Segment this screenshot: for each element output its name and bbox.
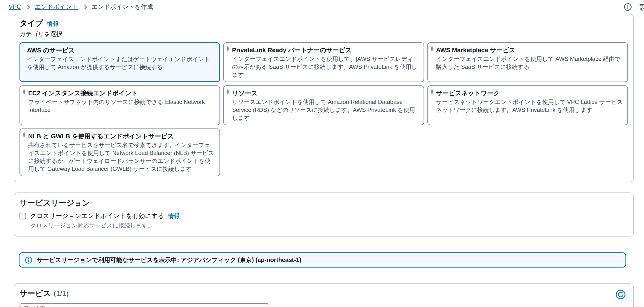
type-section-title: タイプ xyxy=(20,18,43,29)
cross-region-checkbox-label: クロスリージョンエンドポイントを有効にする xyxy=(30,212,164,220)
type-section-container: タイプ 情報 カテゴリを選択 AWS のサービス インターフェイスエンドポイント… xyxy=(14,14,634,182)
tile-description: サービスネットワークエンドポイントを使用して VPC Lattice サービスネ… xyxy=(436,98,623,114)
endpoint-type-options: AWS のサービス インターフェイスエンドポイントまたはゲートウェイエンドポイン… xyxy=(20,42,628,176)
tile-title: PrivateLink Ready パートナーのサービス xyxy=(232,46,419,54)
tile-title: AWS Marketplace サービス xyxy=(436,46,623,54)
tile-description: リソースエンドポイントを使用して Amazon Relational Datab… xyxy=(232,98,419,122)
tile-description: 共有されているサービスをサービス名で検索できます。インターフェイスエンドポイント… xyxy=(28,141,215,173)
service-region-title: サービスリージョン xyxy=(20,198,628,208)
tile-service-network[interactable]: サービスネットワーク サービスネットワークエンドポイントを使用して VPC La… xyxy=(428,86,628,125)
tile-title: AWS のサービス xyxy=(27,46,215,54)
top-navigation-bar: VPC エンドポイント エンドポイントを作成 xyxy=(0,0,644,14)
breadcrumb: VPC エンドポイント エンドポイントを作成 xyxy=(9,3,153,11)
cross-region-checkbox-description: クロスリージョン対応サービスに接続します。 xyxy=(30,222,628,229)
tile-title: EC2 インスタンス接続エンドポイント xyxy=(28,89,215,98)
cross-region-checkbox[interactable] xyxy=(20,213,26,220)
service-region-section-container: サービスリージョン クロスリージョンエンドポイントを有効にする 情報 クロスリー… xyxy=(14,192,634,236)
tile-aws-marketplace[interactable]: AWS Marketplace サービス インターフェイスエンドポイントを使用し… xyxy=(428,42,628,82)
tile-privatelink-ready[interactable]: PrivateLink Ready パートナーのサービス インターフェイスエンド… xyxy=(223,42,424,82)
radio-unchecked-icon[interactable] xyxy=(431,46,433,52)
breadcrumb-current-page: エンドポイントを作成 xyxy=(92,3,153,11)
alert-message: サービスリージョンで利用可能なサービスを表示中: アジアパシフィック (東京) … xyxy=(37,256,301,264)
chevron-right-icon xyxy=(82,5,87,9)
cross-region-info-link[interactable]: 情報 xyxy=(168,212,180,220)
tile-resources[interactable]: リソース リソースエンドポイントを使用して Amazon Relational … xyxy=(223,86,424,125)
tile-description: プライベートサブネット内のリソースに接続できる Elastic Network … xyxy=(28,98,215,114)
breadcrumb-endpoints-link[interactable]: エンドポイント xyxy=(35,3,78,11)
tile-description: インターフェイスエンドポイントを使用して、[AWS サービスレディ] の表示があ… xyxy=(232,55,419,79)
tile-ec2-instance-connect[interactable]: EC2 インスタンス接続エンドポイント プライベートサブネット内のリソースに接続… xyxy=(20,86,220,125)
type-section-subtitle: カテゴリを選択 xyxy=(20,30,628,38)
info-circle-icon xyxy=(25,256,32,264)
tile-title: NLB と GWLB を使用するエンドポイントサービス xyxy=(28,132,215,140)
service-region-info-alert: サービスリージョンで利用可能なサービスを表示中: アジアパシフィック (東京) … xyxy=(19,252,626,268)
search-input[interactable] xyxy=(32,305,266,307)
radio-unchecked-icon[interactable] xyxy=(23,89,25,94)
tile-title: サービスネットワーク xyxy=(436,89,623,98)
tile-description: インターフェイスエンドポイントを使用して AWS Marketplace 経由で… xyxy=(436,55,623,71)
services-counter: (1/1) xyxy=(54,290,68,298)
radio-unchecked-icon[interactable] xyxy=(227,46,228,52)
tile-nlb-gwlb-endpoint-services[interactable]: NLB と GWLB を使用するエンドポイントサービス 共有されているサービスを… xyxy=(20,128,220,176)
tile-description: インターフェイスエンドポイントまたはゲートウェイエンドポイントを使用して Ama… xyxy=(27,55,215,71)
radio-unchecked-icon[interactable] xyxy=(227,89,228,94)
services-section-container: サービス (1/1) サービス名 = com.amazonaws.ap-nort… xyxy=(14,284,634,307)
info-icon[interactable] xyxy=(623,2,632,12)
search-icon xyxy=(23,305,30,307)
radio-unchecked-icon[interactable] xyxy=(431,89,433,94)
services-title: サービス xyxy=(20,288,51,299)
refresh-icon[interactable] xyxy=(615,289,626,300)
radio-unchecked-icon[interactable] xyxy=(23,132,25,138)
feedback-shortcut-icon[interactable] xyxy=(638,2,644,12)
tile-title: リソース xyxy=(232,89,419,98)
service-search-box[interactable] xyxy=(20,303,269,307)
breadcrumb-vpc-link[interactable]: VPC xyxy=(9,3,21,10)
type-info-link[interactable]: 情報 xyxy=(47,20,58,28)
chevron-right-icon xyxy=(26,5,30,9)
tile-aws-services[interactable]: AWS のサービス インターフェイスエンドポイントまたはゲートウェイエンドポイン… xyxy=(20,42,220,82)
